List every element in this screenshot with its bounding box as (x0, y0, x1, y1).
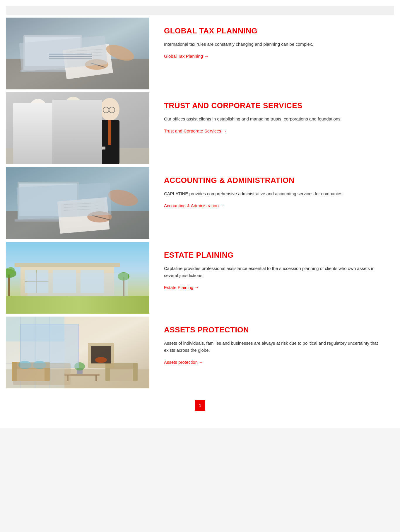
service-link-assets-protection[interactable]: Assets protection → (164, 360, 203, 365)
svg-rect-69 (12, 362, 50, 369)
svg-rect-47 (53, 270, 76, 293)
svg-point-15 (29, 99, 47, 121)
service-link-accounting-administration[interactable]: Accounting & Administration → (164, 203, 224, 208)
service-content-trust-corporate-services: TRUST AND CORPORATE SERVICES Our offices… (149, 92, 394, 164)
svg-rect-31 (18, 182, 79, 220)
service-title-global-tax-planning: GLOBAL TAX PLANNING (164, 26, 380, 35)
service-image-assets-protection (6, 317, 149, 388)
svg-line-37 (64, 206, 98, 208)
svg-point-58 (118, 272, 129, 281)
service-image-trust-corporate-services (6, 92, 149, 164)
service-content-accounting-administration: ACCOUNTING & ADMINISTRATION CAPLATINE pr… (149, 167, 394, 239)
svg-rect-45 (15, 263, 120, 267)
service-description-global-tax-planning: International tax rules are constantly c… (164, 41, 380, 48)
svg-rect-23 (108, 120, 111, 145)
pagination: 1 (6, 400, 394, 411)
service-title-accounting-administration: ACCOUNTING & ADMINISTRATION (164, 176, 380, 185)
service-item-estate-plaining: ESTATE PLAINING Captaline provides profe… (6, 242, 394, 314)
service-description-trust-corporate-services: Our offices assist clients in establishi… (164, 115, 380, 123)
svg-rect-17 (32, 120, 35, 144)
service-title-estate-plaining: ESTATE PLAINING (164, 251, 380, 260)
service-description-accounting-administration: CAPLATINE provides comprehensive adminis… (164, 190, 380, 197)
svg-rect-14 (6, 148, 149, 164)
service-image-accounting-administration (6, 167, 149, 239)
service-description-estate-plaining: Captaline provides professional assistan… (164, 265, 380, 279)
svg-line-38 (64, 209, 98, 210)
service-item-global-tax-planning: GLOBAL TAX PLANNING International tax ru… (6, 18, 394, 89)
svg-rect-57 (123, 277, 124, 300)
svg-rect-67 (6, 317, 64, 341)
service-link-global-tax-planning[interactable]: Global Tax Planning → (164, 54, 208, 59)
svg-point-82 (74, 362, 85, 370)
service-title-assets-protection: ASSETS PROTECTION (164, 325, 380, 334)
svg-rect-54 (8, 274, 10, 300)
svg-point-73 (33, 361, 46, 369)
svg-rect-27 (53, 147, 105, 149)
svg-rect-48 (81, 270, 104, 293)
svg-rect-20 (71, 119, 74, 146)
svg-rect-32 (19, 183, 77, 216)
svg-rect-70 (12, 362, 17, 381)
svg-rect-79 (67, 375, 69, 381)
service-image-estate-plaining (6, 242, 149, 314)
svg-line-7 (70, 49, 102, 51)
svg-rect-28 (56, 147, 102, 150)
svg-rect-46 (25, 270, 48, 293)
svg-point-85 (95, 357, 107, 363)
top-bar (6, 6, 394, 15)
svg-point-10 (85, 59, 108, 70)
page-button-1[interactable]: 1 (195, 400, 205, 411)
service-item-accounting-administration: ACCOUNTING & ADMINISTRATION CAPLATINE pr… (6, 167, 394, 239)
service-item-assets-protection: ASSETS PROTECTION Assets of individuals,… (6, 317, 394, 388)
svg-rect-68 (12, 366, 50, 381)
svg-rect-3 (25, 37, 81, 66)
svg-rect-19 (63, 119, 83, 164)
svg-rect-16 (29, 120, 47, 164)
services-list: GLOBAL TAX PLANNING International tax ru… (6, 18, 394, 388)
svg-rect-80 (95, 375, 97, 381)
service-link-trust-corporate-services[interactable]: Trust and Corporate Services → (164, 128, 227, 133)
service-link-estate-plaining[interactable]: Estate Plaining → (164, 285, 199, 290)
service-description-assets-protection: Assets of individuals, families and busi… (164, 340, 380, 354)
service-item-trust-corporate-services: TRUST AND CORPORATE SERVICES Our offices… (6, 92, 394, 164)
svg-rect-51 (26, 297, 100, 309)
service-title-trust-corporate-services: TRUST AND CORPORATE SERVICES (164, 101, 380, 110)
svg-rect-77 (133, 363, 138, 381)
page-container: GLOBAL TAX PLANNING International tax ru… (0, 0, 400, 428)
svg-point-72 (18, 361, 31, 369)
svg-line-8 (70, 52, 102, 54)
svg-line-36 (64, 203, 98, 205)
svg-rect-35 (60, 200, 106, 229)
svg-point-18 (63, 97, 83, 120)
svg-line-9 (70, 55, 102, 57)
service-content-assets-protection: ASSETS PROTECTION Assets of individuals,… (149, 317, 394, 388)
svg-rect-43 (6, 299, 149, 314)
service-content-global-tax-planning: GLOBAL TAX PLANNING International tax ru… (149, 18, 394, 89)
service-content-estate-plaining: ESTATE PLAINING Captaline provides profe… (149, 242, 394, 314)
service-image-global-tax-planning (6, 18, 149, 89)
svg-rect-71 (45, 362, 50, 381)
